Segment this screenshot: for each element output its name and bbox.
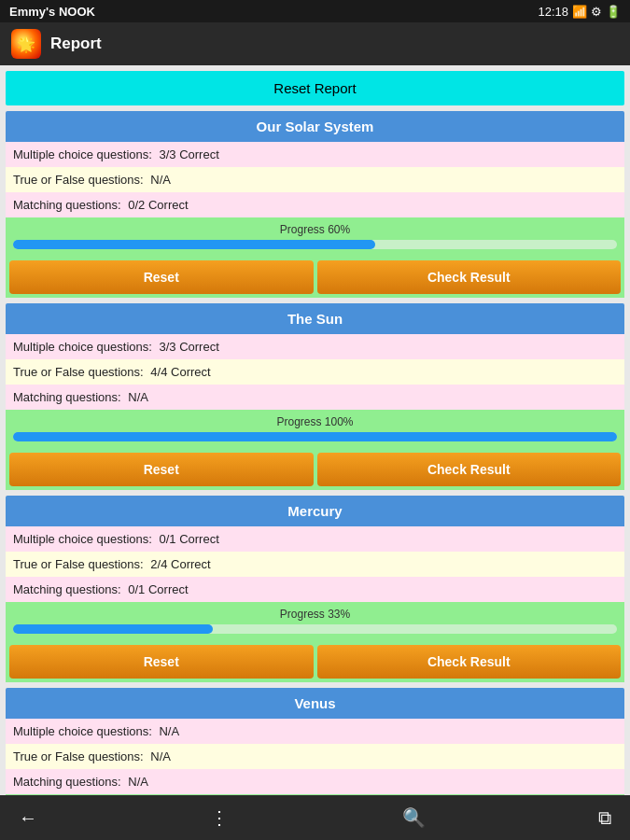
- row-label: True or False questions:: [13, 749, 144, 763]
- info-row: True or False questions: N/A: [6, 744, 624, 769]
- row-label: Multiple choice questions:: [13, 340, 152, 354]
- tabs-button[interactable]: ⧉: [598, 807, 611, 829]
- row-value: 0/2 Correct: [128, 198, 188, 212]
- progress-track: [13, 624, 617, 634]
- sections-container: Our Solar System Multiple choice questio…: [6, 111, 624, 795]
- progress-container: Progress 100%: [6, 410, 624, 449]
- section-body: Multiple choice questions: 3/3 Correct T…: [6, 142, 624, 217]
- button-row: Reset Check Result: [6, 449, 624, 490]
- back-button[interactable]: ←: [19, 807, 37, 829]
- section-title-mercury: Mercury: [6, 496, 624, 526]
- section-solar-system: Our Solar System Multiple choice questio…: [6, 111, 624, 298]
- progress-fill: [13, 432, 617, 441]
- app-icon: 🌟: [11, 29, 41, 59]
- info-row: Multiple choice questions: 0/1 Correct: [6, 526, 624, 552]
- progress-container: Progress 60%: [6, 217, 624, 257]
- row-label: True or False questions:: [13, 557, 144, 571]
- row-value: 2/4 Correct: [150, 557, 210, 571]
- info-row: Matching questions: N/A: [6, 385, 624, 410]
- app-bar: 🌟 Report: [0, 22, 630, 65]
- check-result-button-solar-system[interactable]: Check Result: [317, 260, 622, 294]
- row-value: 3/3 Correct: [159, 147, 218, 161]
- row-label: True or False questions:: [13, 365, 144, 379]
- info-row: Matching questions: N/A: [6, 769, 624, 794]
- section-the-sun: The Sun Multiple choice questions: 3/3 C…: [6, 303, 624, 490]
- info-row: Multiple choice questions: N/A: [6, 719, 624, 744]
- row-value: 4/4 Correct: [150, 365, 210, 379]
- main-content: Reset Report Our Solar System Multiple c…: [0, 65, 630, 795]
- info-row: True or False questions: N/A: [6, 167, 624, 192]
- app-name: Emmy's NOOK: [9, 5, 95, 19]
- reset-button-the-sun[interactable]: Reset: [9, 453, 314, 486]
- section-title-venus: Venus: [6, 688, 624, 719]
- wifi-icon: 📶: [572, 5, 587, 19]
- section-body: Multiple choice questions: 3/3 Correct T…: [6, 334, 624, 410]
- info-row: Matching questions: 0/1 Correct: [6, 577, 624, 602]
- row-label: Multiple choice questions:: [13, 147, 152, 161]
- section-body: Multiple choice questions: 0/1 Correct T…: [6, 526, 624, 602]
- time-display: 12:18: [538, 5, 568, 19]
- check-result-button-mercury[interactable]: Check Result: [317, 645, 622, 679]
- row-label: Matching questions:: [13, 775, 121, 789]
- progress-label: Progress 33%: [13, 608, 617, 621]
- progress-fill: [13, 240, 375, 249]
- menu-button[interactable]: ⋮: [210, 806, 229, 829]
- row-value: N/A: [159, 724, 179, 738]
- search-button[interactable]: 🔍: [402, 806, 426, 829]
- row-label: Matching questions:: [13, 390, 121, 404]
- section-body: Multiple choice questions: N/A True or F…: [6, 719, 624, 794]
- info-row: Multiple choice questions: 3/3 Correct: [6, 142, 624, 167]
- app-bar-title: Report: [50, 35, 102, 53]
- reset-button-mercury[interactable]: Reset: [9, 645, 314, 679]
- section-title-solar-system: Our Solar System: [6, 111, 624, 142]
- info-row: Matching questions: 0/2 Correct: [6, 192, 624, 217]
- progress-label: Progress 100%: [13, 415, 617, 428]
- progress-container: Progress 0%: [6, 794, 624, 795]
- progress-track: [13, 432, 617, 441]
- progress-label: Progress 60%: [13, 223, 617, 236]
- row-value: 0/1 Correct: [128, 582, 188, 596]
- check-result-button-the-sun[interactable]: Check Result: [317, 453, 622, 486]
- info-row: True or False questions: 4/4 Correct: [6, 359, 624, 385]
- reset-report-button[interactable]: Reset Report: [6, 71, 624, 105]
- progress-track: [13, 240, 617, 249]
- row-value: 0/1 Correct: [159, 532, 218, 546]
- row-value: N/A: [128, 775, 148, 789]
- status-icons: 12:18 📶 ⚙ 🔋: [538, 5, 621, 19]
- progress-container: Progress 33%: [6, 602, 624, 641]
- row-label: True or False questions:: [13, 173, 144, 187]
- section-venus: Venus Multiple choice questions: N/A Tru…: [6, 688, 624, 795]
- bottom-nav: ← ⋮ 🔍 ⧉: [0, 795, 630, 840]
- button-row: Reset Check Result: [6, 257, 624, 298]
- row-value: N/A: [150, 173, 171, 187]
- section-mercury: Mercury Multiple choice questions: 0/1 C…: [6, 496, 624, 682]
- row-value: 3/3 Correct: [159, 340, 218, 354]
- row-label: Multiple choice questions:: [13, 532, 152, 546]
- settings-icon: ⚙: [591, 5, 602, 19]
- info-row: Multiple choice questions: 3/3 Correct: [6, 334, 624, 359]
- battery-icon: 🔋: [606, 5, 621, 19]
- row-value: N/A: [128, 390, 148, 404]
- section-title-the-sun: The Sun: [6, 303, 624, 334]
- row-label: Matching questions:: [13, 582, 121, 596]
- reset-button-solar-system[interactable]: Reset: [9, 260, 314, 294]
- progress-fill: [13, 624, 213, 634]
- row-label: Matching questions:: [13, 198, 121, 212]
- status-bar: Emmy's NOOK 12:18 📶 ⚙ 🔋: [0, 0, 630, 22]
- button-row: Reset Check Result: [6, 641, 624, 682]
- row-label: Multiple choice questions:: [13, 724, 152, 738]
- row-value: N/A: [150, 749, 171, 763]
- info-row: True or False questions: 2/4 Correct: [6, 552, 624, 577]
